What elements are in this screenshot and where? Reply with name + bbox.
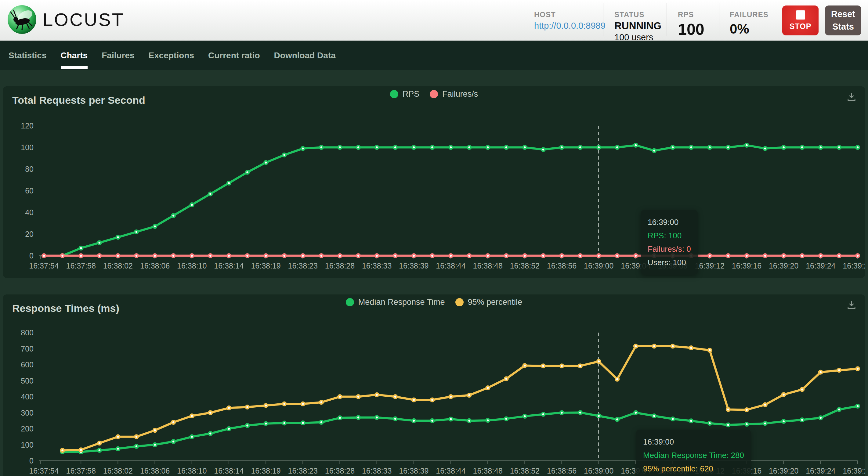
svg-text:16:39:29: 16:39:29 [843,467,865,475]
svg-text:16:38:02: 16:38:02 [103,261,133,270]
svg-text:16:38:10: 16:38:10 [177,261,207,270]
svg-text:16:38:56: 16:38:56 [547,467,577,475]
tab-exceptions[interactable]: Exceptions [149,40,194,70]
main-nav: Statistics Charts Failures Exceptions Cu… [0,40,868,70]
svg-text:16:38:48: 16:38:48 [473,261,503,270]
svg-text:16:38:44: 16:38:44 [436,261,465,270]
tab-statistics[interactable]: Statistics [8,40,47,70]
tab-failures[interactable]: Failures [102,40,134,70]
svg-text:16:38:52: 16:38:52 [510,467,539,475]
rps-value: 100 [678,20,719,38]
svg-text:16:39:24: 16:39:24 [806,467,835,475]
svg-text:0: 0 [29,456,34,465]
stop-button[interactable]: STOP [782,5,818,35]
svg-text:80: 80 [25,165,34,173]
svg-text:16:39:20: 16:39:20 [769,261,798,270]
stop-button-label: STOP [789,22,811,31]
svg-text:16:38:06: 16:38:06 [140,467,170,475]
svg-text:16:39:24: 16:39:24 [806,261,835,270]
svg-text:300: 300 [21,409,34,417]
svg-text:16:37:58: 16:37:58 [66,467,96,475]
svg-text:16:38:06: 16:38:06 [140,261,170,270]
svg-text:16:39:20: 16:39:20 [769,467,798,475]
failures-value: 0% [730,21,771,37]
failures-block: FAILURES 0% [719,3,771,36]
svg-text:16:39:00: 16:39:00 [584,261,614,270]
svg-text:16:38:23: 16:38:23 [288,261,318,270]
download-chart-icon[interactable] [846,299,857,312]
svg-text:16:37:58: 16:37:58 [66,261,96,270]
logo-wordmark: LOCUST [43,9,124,30]
svg-text:200: 200 [21,424,34,433]
tooltip-entry: Failures/s: 0 [648,242,691,256]
svg-text:16:37:54: 16:37:54 [29,467,59,475]
svg-text:16:37:54: 16:37:54 [29,261,59,270]
svg-text:16:38:33: 16:38:33 [362,467,392,475]
tab-download-data[interactable]: Download Data [274,40,336,70]
host-url-link[interactable]: http://0.0.0.0:8989 [534,21,603,31]
svg-text:16:39:00: 16:39:00 [584,467,614,475]
rps-label: RPS [678,10,719,19]
header-stats: HOST http://0.0.0.0:8989 STATUS RUNNING … [528,0,771,40]
download-chart-icon[interactable] [846,91,857,103]
svg-text:16:38:33: 16:38:33 [362,261,392,270]
svg-text:600: 600 [21,360,34,369]
legend-item[interactable]: 95% percentile [455,297,523,307]
legend-item[interactable]: RPS [390,89,420,99]
svg-text:16:38:28: 16:38:28 [325,467,355,475]
legend-label: Median Response Time [358,297,445,307]
tooltip-entry: RPS: 100 [648,229,691,242]
chart-tooltip: 16:39:00Median Response Time: 28095% per… [637,430,751,476]
tooltip-entry: Median Response Time: 280 [643,448,744,462]
host-block: HOST http://0.0.0.0:8989 [528,3,603,36]
tooltip-entry: Users: 100 [648,256,691,269]
svg-text:16:38:48: 16:38:48 [473,467,503,475]
reset-stats-button[interactable]: Reset Stats [825,5,861,35]
legend-marker-icon [346,298,354,306]
svg-text:16:39:29: 16:39:29 [843,261,865,270]
svg-text:16:38:39: 16:38:39 [399,467,429,475]
svg-text:16:38:56: 16:38:56 [547,261,577,270]
legend-label: RPS [403,89,420,99]
svg-text:20: 20 [25,230,34,238]
svg-text:16:38:10: 16:38:10 [177,467,207,475]
svg-text:16:38:44: 16:38:44 [436,467,465,475]
svg-text:16:38:19: 16:38:19 [251,467,280,475]
svg-text:16:38:28: 16:38:28 [325,261,355,270]
chart-tooltip: 16:39:00RPS: 100Failures/s: 0Users: 100 [641,210,698,275]
svg-text:400: 400 [21,392,34,401]
locust-logo: LOCUST [7,4,124,35]
legend-item[interactable]: Failures/s [430,89,478,99]
chart-panel-requests-per-second: 16:37:5416:37:5816:38:0216:38:0616:38:10… [3,86,865,278]
tab-charts[interactable]: Charts [61,40,88,70]
legend-marker-icon [455,298,464,306]
tab-current-ratio[interactable]: Current ratio [208,40,260,70]
svg-text:120: 120 [21,121,34,130]
svg-text:16:38:14: 16:38:14 [214,467,244,475]
legend-marker-icon [390,90,398,98]
rps-chart-canvas[interactable]: 16:37:5416:37:5816:38:0216:38:0616:38:10… [3,86,865,277]
app-header: LOCUST HOST http://0.0.0.0:8989 STATUS R… [0,0,868,40]
legend-item[interactable]: Median Response Time [346,297,445,307]
svg-text:16:39:12: 16:39:12 [695,261,724,270]
svg-text:16:39:16: 16:39:16 [732,261,762,270]
locust-logo-icon [7,4,37,35]
status-value: RUNNING [614,20,666,32]
svg-text:16:38:23: 16:38:23 [288,467,318,475]
svg-text:16:38:39: 16:38:39 [399,261,429,270]
chart-legend: Median Response Time95% percentile [3,297,865,307]
stop-icon [796,10,805,20]
tooltip-time: 16:39:00 [648,215,691,229]
host-label: HOST [534,10,603,19]
svg-text:800: 800 [21,328,34,337]
svg-text:100: 100 [21,143,34,152]
chart-panel-response-times: 16:37:5416:37:5816:38:0216:38:0616:38:10… [3,294,865,476]
status-label: STATUS [614,10,666,19]
svg-text:16:38:02: 16:38:02 [103,467,133,475]
svg-text:700: 700 [21,345,34,353]
tooltip-time: 16:39:00 [643,435,744,448]
chart-legend: RPSFailures/s [3,89,865,99]
svg-text:500: 500 [21,377,34,385]
svg-text:40: 40 [25,208,34,217]
svg-text:16:38:52: 16:38:52 [510,261,539,270]
